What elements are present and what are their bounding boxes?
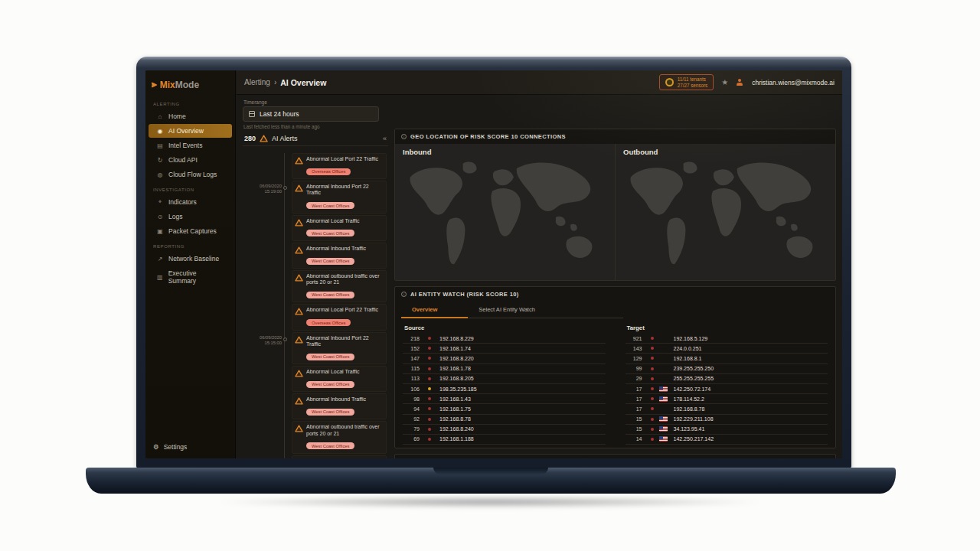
sidebar-item-cloud-api[interactable]: ↻Cloud API <box>149 153 232 167</box>
content-area: Timerange Last 24 hours Last fetched les… <box>237 95 842 458</box>
alert-location-tag[interactable]: West Coast Offices <box>306 381 354 388</box>
alert-list-item[interactable]: Abnormal Local Port 22 TrafficOverseas O… <box>292 153 387 179</box>
table-row[interactable]: 17142.250.72.174 <box>626 384 828 394</box>
alert-list-item[interactable]: Abnormal Local TrafficWest Coast Offices <box>292 366 387 392</box>
table-row[interactable]: 113192.168.8.205 <box>403 374 606 384</box>
sidebar-section-label: REPORTING <box>145 239 235 251</box>
alert-title: Abnormal Inbound Port 22 Traffic <box>306 184 383 196</box>
table-row[interactable]: 129192.168.8.1 <box>626 354 828 364</box>
table-row[interactable]: 17178.114.52.2 <box>626 394 828 404</box>
breadcrumb-section[interactable]: Alerting <box>244 78 270 86</box>
logs-icon: ⊙ <box>156 214 164 220</box>
ip-address: 192.168.8.78 <box>439 416 471 422</box>
ai-entity-watch-panel: i AI ENTITY WATCH (Risk Score 10) Overvi… <box>394 286 836 448</box>
alert-location-tag[interactable]: West Coast Offices <box>306 258 354 265</box>
table-row[interactable]: 17192.168.8.78 <box>626 404 828 414</box>
table-row[interactable]: 79192.168.8.240 <box>403 425 606 435</box>
tab-select-ai-entity-watch[interactable]: Select AI Entity Watch <box>468 303 546 318</box>
alert-list-item[interactable]: Abnormal Local TrafficWest Coast Offices <box>292 215 387 241</box>
alert-location-tag[interactable]: West Coast Offices <box>306 409 354 416</box>
laptop-base <box>86 468 896 494</box>
risk-dot-icon <box>651 418 654 421</box>
connection-count: 15 <box>626 416 642 422</box>
topbar-right-cluster: 11/11 tenants 27/27 sensors ★ christian.… <box>659 74 835 90</box>
table-row[interactable]: 147192.168.8.220 <box>403 354 606 364</box>
tenant-badge-text: 11/11 tenants 27/27 sensors <box>678 77 708 88</box>
connection-count: 17 <box>626 386 642 392</box>
table-row[interactable]: 218192.168.8.229 <box>403 334 606 344</box>
warning-triangle-icon <box>295 336 303 344</box>
alert-location-tag[interactable]: West Coast Offices <box>306 292 354 298</box>
table-row[interactable]: 143224.0.0.251 <box>626 344 828 354</box>
inbound-map[interactable]: Inbound <box>395 144 615 280</box>
alert-location-tag[interactable]: Overseas Offices <box>306 319 351 326</box>
sidebar-item-packet-captures[interactable]: ▣Packet Captures <box>149 224 232 238</box>
connection-count: 92 <box>403 416 420 422</box>
sidebar-item-network-baseline[interactable]: ↗Network Baseline <box>149 252 232 266</box>
alert-location-tag[interactable]: West Coast Offices <box>306 442 354 449</box>
outbound-map-label: Outbound <box>623 148 658 156</box>
favorite-star-icon[interactable]: ★ <box>721 78 728 86</box>
alert-location-tag[interactable]: Overseas Offices <box>306 168 351 175</box>
ip-address: 192.168.1.78 <box>439 366 471 371</box>
user-email[interactable]: christian.wiens@mixmode.ai <box>752 79 835 86</box>
table-row[interactable]: 99239.255.255.250 <box>626 364 828 374</box>
sensor-count: 27/27 sensors <box>678 83 708 89</box>
info-icon[interactable]: i <box>401 134 407 139</box>
table-row[interactable]: 92192.168.8.78 <box>403 415 606 425</box>
user-avatar-icon[interactable] <box>736 79 744 86</box>
sidebar-item-intel-events[interactable]: ▤Intel Events <box>149 139 232 152</box>
timerange-select[interactable]: Last 24 hours <box>243 106 379 122</box>
alert-list-item[interactable]: Abnormal Local Port 22 TrafficOverseas O… <box>292 304 387 330</box>
tab-overview[interactable]: Overview <box>401 303 468 318</box>
alert-list-item[interactable]: Abnormal Inbound Port 22 TrafficWest Coa… <box>292 181 387 213</box>
alert-list-item[interactable]: Abnormal Inbound TrafficWest Coast Offic… <box>292 393 387 419</box>
sidebar-item-label: Executive Summary <box>168 269 224 285</box>
sidebar-item-label: Home <box>168 112 186 120</box>
alert-location-tag[interactable]: West Coast Offices <box>306 354 354 360</box>
table-row[interactable]: 98192.168.1.43 <box>403 394 606 404</box>
table-row[interactable]: 69192.168.1.188 <box>403 435 606 445</box>
warning-triangle-icon <box>295 219 303 227</box>
sidebar-item-home[interactable]: ⌂Home <box>149 109 232 123</box>
risk-dot-icon <box>651 337 654 340</box>
outbound-map[interactable]: Outbound <box>615 144 835 280</box>
app-logo[interactable]: ⫸ MixMode <box>145 70 235 96</box>
alert-list-item[interactable]: Abnormal Inbound Port 22 TrafficWest Coa… <box>292 332 387 364</box>
flag-slot <box>659 386 671 392</box>
alert-list-item[interactable]: Abnormal Inbound TrafficWest Coast Offic… <box>292 243 387 269</box>
sidebar-item-settings[interactable]: ⚙ Settings <box>149 440 232 454</box>
sidebar-item-executive-summary[interactable]: ▥Executive Summary <box>149 266 232 288</box>
table-row[interactable]: 15192.229.211.108 <box>626 415 828 425</box>
table-row[interactable]: 106198.35.235.185 <box>403 384 606 394</box>
alert-location-tag[interactable]: West Coast Offices <box>306 202 354 209</box>
sidebar-item-ai-overview[interactable]: ◉AI Overview <box>149 124 232 138</box>
alert-list-item[interactable]: Abnormal outbound traffic over ports 20 … <box>292 270 387 302</box>
entity-panel-title: AI ENTITY WATCH (Risk Score 10) <box>410 291 519 298</box>
ip-address: 192.168.1.43 <box>439 396 471 402</box>
tenant-sensor-badge[interactable]: 11/11 tenants 27/27 sensors <box>659 74 714 90</box>
warning-triangle-icon <box>295 336 303 344</box>
ip-address: 192.168.5.129 <box>674 336 708 341</box>
risk-dot-icon <box>428 407 431 410</box>
alert-list-item[interactable]: Abnormal Local Port 22 TrafficOverseas O… <box>292 455 387 458</box>
info-icon[interactable]: i <box>401 292 407 297</box>
collapse-panel-icon[interactable]: « <box>383 135 387 142</box>
table-row[interactable]: 14142.250.217.142 <box>626 435 828 445</box>
alert-location-tag[interactable]: West Coast Offices <box>306 230 354 236</box>
table-row[interactable]: 115192.168.1.78 <box>403 364 606 374</box>
us-flag-icon <box>659 426 668 432</box>
gear-icon: ⚙ <box>153 443 159 451</box>
table-row[interactable]: 921192.168.5.129 <box>626 334 828 344</box>
table-row[interactable]: 1534.123.95.41 <box>626 425 828 435</box>
sidebar-item-logs[interactable]: ⊙Logs <box>149 210 232 223</box>
world-map-graphic <box>400 155 611 280</box>
us-flag-icon <box>659 386 668 392</box>
sidebar-item-indicators[interactable]: ⌖Indicators <box>149 195 232 209</box>
sidebar-item-cloud-flow-logs[interactable]: ◍Cloud Flow Logs <box>149 168 232 181</box>
table-row[interactable]: 94192.168.1.75 <box>403 404 606 414</box>
alert-list-item[interactable]: Abnormal outbound traffic over ports 20 … <box>292 421 387 453</box>
connection-count: 218 <box>403 336 420 341</box>
table-row[interactable]: 152192.168.1.74 <box>403 344 606 354</box>
table-row[interactable]: 29255.255.255.255 <box>626 374 828 384</box>
